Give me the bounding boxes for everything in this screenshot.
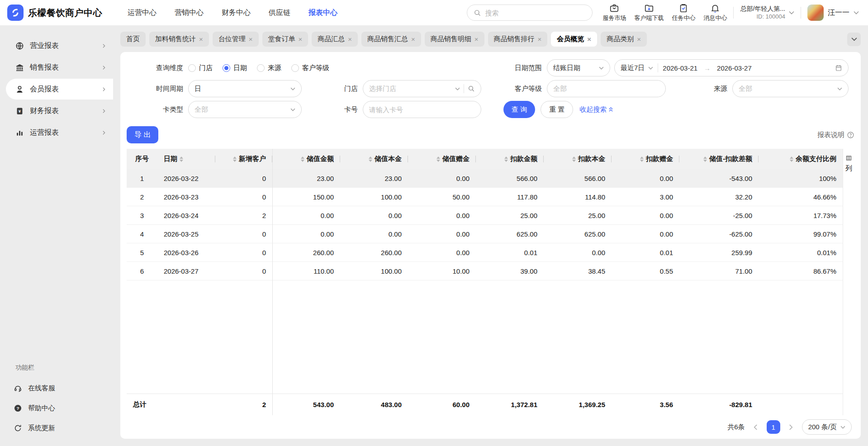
table-row[interactable]: 42026-03-2500.000.000.00625.00625.000.00… — [127, 225, 843, 243]
sidebar-item[interactable]: ¥财务报表 — [0, 100, 113, 121]
tab-close-icon[interactable]: × — [637, 36, 641, 43]
user-menu[interactable]: 汪一一 — [807, 5, 859, 21]
card-no-input[interactable] — [363, 101, 481, 118]
column-header[interactable]: 序号 — [127, 149, 157, 169]
search-box[interactable] — [467, 5, 593, 21]
date-preset-select[interactable]: 最近7日 — [621, 64, 645, 72]
tab[interactable]: 台位管理× — [213, 32, 259, 47]
card-type-select[interactable]: 全部 — [188, 101, 302, 118]
quick-action[interactable]: 客户端下载 — [634, 3, 664, 22]
period-select[interactable]: 日 — [188, 80, 302, 97]
table-row[interactable]: 52026-03-260260.00260.000.000.010.000.01… — [127, 243, 843, 262]
nav-item[interactable]: 供应链 — [269, 8, 290, 18]
sort-icon[interactable] — [640, 157, 644, 162]
tab[interactable]: 商品类别× — [601, 32, 647, 47]
dimension-radio[interactable]: 来源 — [257, 64, 281, 72]
date-range-picker[interactable]: 最近7日 2026-03-21 → 2026-03-27 — [614, 59, 849, 76]
start-date-input[interactable]: 2026-03-21 — [663, 64, 697, 72]
sort-icon[interactable] — [504, 157, 508, 162]
tab[interactable]: 商品销售汇总× — [361, 32, 421, 47]
sidebar-footer-item[interactable]: 系统更新 — [0, 418, 113, 438]
end-date-input[interactable]: 2026-03-27 — [717, 64, 835, 72]
store-select[interactable]: 选择门店 — [363, 80, 481, 97]
export-button[interactable]: 导 出 — [127, 126, 158, 143]
nav-item[interactable]: 报表中心 — [308, 8, 337, 18]
column-header[interactable]: 储值赠金 — [408, 149, 476, 169]
dimension-radio[interactable]: 客户等级 — [291, 64, 329, 72]
column-header[interactable]: 扣款本金 — [544, 149, 612, 169]
quick-action[interactable]: 任务中心 — [672, 3, 695, 22]
tab[interactable]: 堂食订单× — [262, 32, 308, 47]
table-row[interactable]: 12026-03-22023.0023.000.00566.00566.000.… — [127, 169, 843, 188]
table-cell: 114.80 — [544, 193, 612, 201]
tab[interactable]: 会员概览× — [551, 32, 597, 47]
card-no-field[interactable] — [369, 106, 475, 114]
table-row[interactable]: 22026-03-230150.00100.0050.00117.80114.8… — [127, 188, 843, 206]
tabs-collapse-button[interactable] — [847, 33, 861, 46]
sidebar-footer-item[interactable]: ?帮助中心 — [0, 398, 113, 418]
date-type-select[interactable]: 结账日期 — [547, 59, 610, 76]
sidebar-item-label: 销售报表 — [30, 63, 59, 72]
nav-item[interactable]: 运营中心 — [128, 8, 157, 18]
tab-close-icon[interactable]: × — [587, 36, 591, 43]
source-select[interactable]: 全部 — [732, 80, 849, 97]
column-header[interactable]: 储值-扣款差额 — [679, 149, 759, 169]
tab[interactable]: 商品销售明细× — [425, 32, 484, 47]
tab-close-icon[interactable]: × — [538, 36, 542, 43]
sidebar-item[interactable]: 销售报表 — [0, 57, 113, 78]
tab-close-icon[interactable]: × — [199, 36, 203, 43]
tab[interactable]: 首页 — [120, 32, 146, 47]
sort-icon[interactable] — [436, 157, 440, 162]
collapse-search-link[interactable]: 收起搜索 — [579, 105, 613, 114]
search-icon[interactable] — [468, 85, 475, 92]
column-header[interactable]: 扣款金额 — [476, 149, 544, 169]
nav-item[interactable]: 财务中心 — [222, 8, 251, 18]
column-header[interactable]: 扣款赠金 — [612, 149, 679, 169]
sort-icon[interactable] — [572, 157, 576, 162]
sort-icon[interactable] — [703, 157, 707, 162]
query-button[interactable]: 查 询 — [503, 101, 535, 118]
tab[interactable]: 加料销售统计× — [149, 32, 209, 47]
quick-action[interactable]: 服务市场 — [602, 3, 626, 22]
sort-icon[interactable] — [790, 157, 793, 162]
sidebar-item[interactable]: 营业报表 — [0, 35, 113, 56]
tab-close-icon[interactable]: × — [249, 36, 253, 43]
page-size-select[interactable]: 200 条/页 — [802, 419, 852, 435]
sort-icon[interactable] — [301, 157, 304, 162]
summary-cell: 543.00 — [272, 401, 340, 408]
customer-level-input[interactable]: 全部 — [547, 80, 666, 97]
table-cell: -25.00 — [679, 212, 759, 219]
search-input[interactable] — [485, 9, 586, 17]
sort-icon[interactable] — [180, 157, 183, 162]
dimension-radio[interactable]: 门店 — [188, 64, 213, 72]
tab-close-icon[interactable]: × — [299, 36, 303, 43]
table-row[interactable]: 62026-03-270110.00100.0010.0039.0038.450… — [127, 262, 843, 280]
next-page-button[interactable] — [786, 422, 797, 432]
tab-close-icon[interactable]: × — [474, 36, 479, 43]
column-header[interactable]: 新增客户 — [215, 149, 272, 169]
sort-icon[interactable] — [369, 157, 372, 162]
sidebar-item-label: 运营报表 — [30, 128, 59, 138]
column-header[interactable]: 储值金额 — [272, 149, 340, 169]
report-info-link[interactable]: 报表说明 — [817, 131, 854, 139]
tab-close-icon[interactable]: × — [348, 36, 352, 43]
column-settings-button[interactable]: 列 — [843, 149, 854, 415]
dimension-radio[interactable]: 日期 — [223, 64, 247, 72]
sidebar-item[interactable]: 会员报表 — [6, 79, 113, 100]
sidebar-item[interactable]: 运营报表 — [0, 122, 113, 143]
sidebar-footer-item[interactable]: 在线客服 — [0, 378, 113, 398]
tab[interactable]: 商品汇总× — [312, 32, 358, 47]
column-header[interactable]: 余额支付比例 — [759, 149, 843, 169]
page-number-button[interactable]: 1 — [767, 420, 780, 434]
tab[interactable]: 商品销售排行× — [488, 32, 548, 47]
quick-action[interactable]: 消息中心 — [703, 3, 727, 22]
column-header[interactable]: 储值本金 — [340, 149, 408, 169]
nav-item[interactable]: 营销中心 — [175, 8, 204, 18]
column-header[interactable]: 日期 — [157, 149, 215, 169]
reset-button[interactable]: 重 置 — [541, 101, 573, 118]
table-row[interactable]: 32026-03-2420.000.000.0025.0025.000.00-2… — [127, 206, 843, 225]
prev-page-button[interactable] — [750, 422, 761, 432]
sort-icon[interactable] — [233, 157, 237, 162]
org-selector[interactable]: 总部/年轻人第... ID: 100004 — [740, 5, 794, 20]
tab-close-icon[interactable]: × — [411, 36, 415, 43]
